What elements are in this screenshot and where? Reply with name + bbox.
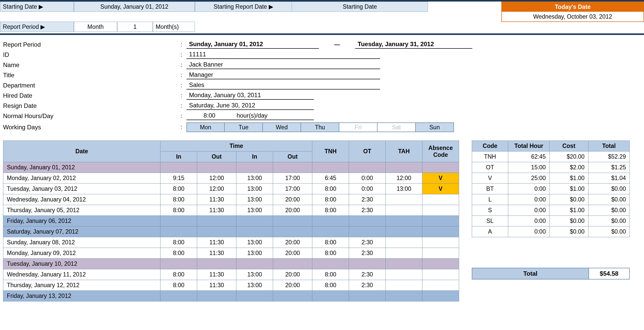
cell-time[interactable]	[160, 291, 197, 301]
cell-date[interactable]: Saturday, January 07, 2012	[3, 226, 160, 237]
cell-absence[interactable]	[422, 248, 459, 259]
cell-date[interactable]: Friday, January 06, 2012	[3, 216, 160, 226]
cell-time[interactable]: 20:00	[273, 269, 312, 280]
cell-time[interactable]	[386, 248, 422, 259]
cell-absence[interactable]: V	[422, 184, 459, 194]
cell-time[interactable]: 0:00	[349, 173, 386, 184]
report-period-unit[interactable]: Month(s)	[153, 22, 195, 32]
cell-absence[interactable]	[422, 237, 459, 248]
cell-time[interactable]	[312, 162, 349, 173]
cell-time[interactable]: 8:00	[160, 280, 197, 291]
cell-absence[interactable]	[422, 162, 459, 173]
cell-absence[interactable]: V	[422, 173, 459, 184]
cell-time[interactable]: 12:00	[197, 173, 236, 184]
cell-time[interactable]: 2:30	[349, 280, 386, 291]
cell-time[interactable]: 13:00	[236, 194, 273, 205]
cell-time[interactable]: 8:00	[160, 237, 197, 248]
cell-time[interactable]: 11:30	[197, 194, 236, 205]
cell-time[interactable]: 8:00	[160, 194, 197, 205]
cell-time[interactable]: 2:30	[349, 248, 386, 259]
cell-time[interactable]	[197, 216, 236, 226]
cell-date[interactable]: Friday, January 13, 2012	[3, 291, 160, 301]
cell-date[interactable]: Wednesday, January 04, 2012	[3, 194, 160, 205]
cell-absence[interactable]	[422, 216, 459, 226]
cell-time[interactable]: 8:00	[312, 248, 349, 259]
cell-time[interactable]	[236, 162, 273, 173]
cell-time[interactable]: 8:00	[312, 269, 349, 280]
cell-time[interactable]: 8:00	[312, 205, 349, 216]
cell-time[interactable]	[349, 216, 386, 226]
cell-date[interactable]: Monday, January 02, 2012	[3, 173, 160, 184]
cell-time[interactable]: 11:30	[197, 205, 236, 216]
cell-time[interactable]	[349, 226, 386, 237]
day-mon[interactable]: Mon	[186, 122, 225, 132]
cell-time[interactable]	[273, 162, 312, 173]
cell-time[interactable]	[386, 226, 422, 237]
cell-date[interactable]: Wednesday, January 11, 2012	[3, 269, 160, 280]
cell-time[interactable]: 20:00	[273, 248, 312, 259]
cell-absence[interactable]	[422, 205, 459, 216]
cell-time[interactable]: 13:00	[236, 280, 273, 291]
cell-time[interactable]	[312, 291, 349, 301]
cell-time[interactable]	[386, 194, 422, 205]
cell-time[interactable]: 11:30	[197, 280, 236, 291]
cell-time[interactable]	[349, 259, 386, 269]
cell-time[interactable]: 8:00	[160, 184, 197, 194]
cell-time[interactable]	[236, 216, 273, 226]
cell-absence[interactable]	[422, 226, 459, 237]
cell-time[interactable]	[160, 162, 197, 173]
cell-absence[interactable]	[422, 269, 459, 280]
cell-time[interactable]: 20:00	[273, 280, 312, 291]
cell-time[interactable]: 8:00	[160, 248, 197, 259]
cell-time[interactable]: 11:30	[197, 248, 236, 259]
cell-date[interactable]: Thursday, January 12, 2012	[3, 280, 160, 291]
cell-time[interactable]	[312, 226, 349, 237]
cell-time[interactable]	[386, 269, 422, 280]
cell-date[interactable]: Thursday, January 05, 2012	[3, 205, 160, 216]
cell-time[interactable]	[386, 162, 422, 173]
cell-time[interactable]: 8:00	[312, 280, 349, 291]
cell-time[interactable]: 8:00	[160, 205, 197, 216]
cell-time[interactable]: 12:00	[386, 173, 422, 184]
cell-time[interactable]: 0:00	[349, 184, 386, 194]
report-period-num[interactable]: 1	[117, 22, 153, 32]
cell-time[interactable]: 11:30	[197, 237, 236, 248]
cell-time[interactable]: 13:00	[236, 205, 273, 216]
cell-time[interactable]: 13:00	[236, 248, 273, 259]
cell-time[interactable]	[236, 259, 273, 269]
cell-absence[interactable]	[422, 259, 459, 269]
report-period-month[interactable]: Month	[74, 22, 117, 32]
cell-time[interactable]	[312, 259, 349, 269]
cell-time[interactable]: 9:15	[160, 173, 197, 184]
cell-date[interactable]: Monday, January 09, 2012	[3, 248, 160, 259]
cell-time[interactable]: 13:00	[236, 184, 273, 194]
cell-time[interactable]: 17:00	[273, 173, 312, 184]
cell-time[interactable]	[197, 259, 236, 269]
cell-time[interactable]: 2:30	[349, 269, 386, 280]
cell-time[interactable]	[386, 291, 422, 301]
cell-time[interactable]	[386, 259, 422, 269]
cell-time[interactable]	[160, 216, 197, 226]
cell-time[interactable]	[236, 226, 273, 237]
cell-absence[interactable]	[422, 280, 459, 291]
starting-report-date-value[interactable]: Starting Date	[292, 2, 428, 12]
cell-time[interactable]: 6:45	[312, 173, 349, 184]
cell-time[interactable]	[386, 237, 422, 248]
day-fri[interactable]: Fri	[339, 122, 378, 132]
cell-time[interactable]: 8:00	[160, 269, 197, 280]
cell-time[interactable]	[197, 162, 236, 173]
cell-date[interactable]: Sunday, January 08, 2012	[3, 237, 160, 248]
day-tue[interactable]: Tue	[225, 122, 263, 132]
cell-time[interactable]: 13:00	[236, 173, 273, 184]
cell-time[interactable]	[273, 259, 312, 269]
cell-time[interactable]: 2:30	[349, 237, 386, 248]
cell-time[interactable]	[386, 216, 422, 226]
cell-time[interactable]	[197, 291, 236, 301]
cell-time[interactable]	[160, 226, 197, 237]
cell-time[interactable]	[236, 291, 273, 301]
cell-time[interactable]	[160, 259, 197, 269]
day-sun[interactable]: Sun	[416, 122, 454, 132]
cell-time[interactable]: 8:00	[312, 184, 349, 194]
day-thu[interactable]: Thu	[301, 122, 339, 132]
cell-time[interactable]: 8:00	[312, 237, 349, 248]
